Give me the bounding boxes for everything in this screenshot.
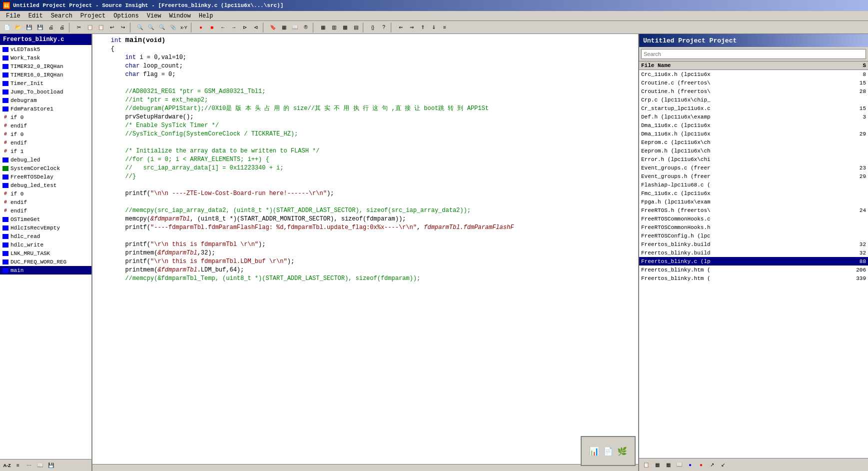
tb-extra5[interactable]: ≡ (440, 22, 450, 32)
file-item[interactable]: TIMER16_0_IRQHan (0, 70, 91, 79)
tb-paste[interactable]: 📋 (96, 22, 106, 32)
rp-tb1[interactable]: 📋 (641, 460, 651, 470)
table-row[interactable]: Eeprom.h (lpc11u6x\ch (639, 146, 868, 155)
mini-btn1[interactable]: 📊 (589, 446, 599, 456)
table-row[interactable]: Dma_11u6x.h (lpc11u6x29 (639, 130, 868, 138)
tb-grid1[interactable]: ▦ (318, 22, 328, 32)
table-row[interactable]: FreeRTOSCommonHooks.c (639, 214, 868, 223)
file-item[interactable]: hdlc_write (0, 240, 91, 249)
tb-grid4[interactable]: ▤ (351, 22, 361, 32)
file-item[interactable]: SystemCoreClock (0, 164, 91, 172)
file-item[interactable]: FreeRTOSDelay (0, 172, 91, 181)
file-item[interactable]: Timer_Init (0, 79, 91, 88)
table-row[interactable]: FreeRTOS.h (freertos\24 (639, 206, 868, 214)
table-row[interactable]: Fpga.h (lpc11u6x\exam (639, 198, 868, 206)
lp-book-btn[interactable]: 📖 (35, 460, 45, 470)
menu-search[interactable]: Search (47, 12, 76, 20)
file-item[interactable]: vLEDTask5 (0, 45, 91, 54)
file-item[interactable]: Jump_To_bootload (0, 88, 91, 96)
lp-list-btn[interactable]: ≡ (13, 460, 23, 470)
table-row[interactable]: Crc_11u6x.h (lpc11u6x8 (639, 70, 868, 78)
rp-tb8[interactable]: ↙ (718, 460, 728, 470)
table-row[interactable]: Crp.c (lpc11u6x\chip_ (639, 96, 868, 104)
file-item[interactable]: #if 0 (0, 190, 91, 198)
rp-tb4[interactable]: 📖 (674, 460, 684, 470)
lp-save-btn[interactable]: 💾 (46, 460, 56, 470)
rp-tb6[interactable]: ● (696, 460, 706, 470)
tb-rec[interactable]: ● (196, 22, 206, 32)
tb-find2[interactable]: 🔍 (146, 22, 156, 32)
project-file-table[interactable]: File Name S Crc_11u6x.h (lpc11u6x8Crouti… (639, 62, 868, 458)
table-row[interactable]: FreeRTOSConfig.h (lpc (639, 232, 868, 240)
table-row[interactable]: Event_groups.h (freer29 (639, 172, 868, 180)
search-input[interactable] (641, 49, 866, 59)
table-row[interactable]: Error.h (lpc11u6x\chi (639, 155, 868, 164)
tb-print[interactable]: 🖨 (46, 22, 56, 32)
tb-grid3[interactable]: ▩ (340, 22, 350, 32)
tb-braces[interactable]: {} (368, 22, 378, 32)
menu-file[interactable]: File (2, 12, 24, 20)
menu-options[interactable]: Options (109, 12, 142, 20)
lp-az-btn[interactable]: A-Z (2, 460, 12, 470)
file-item[interactable]: HdlcIsRecvEmpty (0, 224, 91, 232)
tb-nav2[interactable]: ⊲ (251, 22, 261, 32)
file-item[interactable]: debug_led_test (0, 181, 91, 190)
tb-layout[interactable]: ▦ (279, 22, 289, 32)
tb-redo[interactable]: ↪ (118, 22, 128, 32)
file-item[interactable]: #if 1 (0, 147, 91, 156)
file-list[interactable]: vLEDTask5Work_TaskTIMER32_0_IRQHanTIMER1… (0, 45, 91, 459)
file-item[interactable]: debug_led (0, 156, 91, 164)
file-item[interactable]: FdmParaStore1 (0, 104, 91, 113)
tb-open[interactable]: 📂 (13, 22, 23, 32)
mini-btn3[interactable]: 🌿 (617, 446, 627, 456)
tb-back[interactable]: ← (218, 22, 228, 32)
tb-extra4[interactable]: ⇓ (429, 22, 439, 32)
tb-book[interactable]: 📖 (290, 22, 300, 32)
file-item[interactable]: LNK_MRU_TASK (0, 249, 91, 258)
table-row[interactable]: FreeRTOSCommonHooks.h (639, 223, 868, 232)
tb-find[interactable]: 🔍 (135, 22, 145, 32)
tb-new[interactable]: 📄 (2, 22, 12, 32)
file-item[interactable]: #endif (0, 122, 91, 130)
menu-view[interactable]: View (143, 12, 165, 20)
table-row[interactable]: Dma_11u6x.c (lpc11u6x (639, 121, 868, 130)
file-item[interactable]: hdlc_read (0, 232, 91, 240)
tb-stop[interactable]: ■ (207, 22, 217, 32)
file-item[interactable]: #endif (0, 138, 91, 147)
file-item[interactable]: DUC_FREQ_WORD_REG (0, 258, 91, 266)
tb-extra2[interactable]: ⇒ (407, 22, 417, 32)
tb-clip[interactable]: 📎 (168, 22, 178, 32)
menu-edit[interactable]: Edit (24, 12, 47, 20)
file-item[interactable]: #if 0 (0, 113, 91, 122)
tb-undo[interactable]: ↩ (107, 22, 117, 32)
tb-save[interactable]: 💾 (24, 22, 34, 32)
tb-copy[interactable]: 📋 (85, 22, 95, 32)
tb-xy[interactable]: x-Y (179, 22, 189, 32)
tb-print2[interactable]: 🖨 (57, 22, 67, 32)
table-row[interactable]: Freertos_blinky.build32 (639, 248, 868, 257)
tb-nav1[interactable]: ⊳ (240, 22, 250, 32)
mini-btn2[interactable]: 📄 (603, 446, 613, 456)
rp-tb2[interactable]: ▦ (652, 460, 662, 470)
tb-save2[interactable]: 💾 (35, 22, 45, 32)
tb-bookmark[interactable]: 🔖 (268, 22, 278, 32)
tb-ref[interactable]: ® (301, 22, 311, 32)
rp-tb3[interactable]: ▦ (663, 460, 673, 470)
code-area[interactable]: int main(void) { int i = 0,val=10; char … (92, 34, 638, 464)
menu-window[interactable]: Window (165, 12, 195, 20)
file-item[interactable]: #endif (0, 206, 91, 215)
file-item[interactable]: Work_Task (0, 54, 91, 62)
table-row[interactable]: Fmc_11u6x.c (lpc11u6x (639, 189, 868, 198)
file-item[interactable]: TIMER32_0_IRQHan (0, 62, 91, 70)
menu-help[interactable]: Help (195, 12, 217, 20)
lp-dot-btn[interactable]: ⋯ (24, 460, 34, 470)
tb-help[interactable]: ? (379, 22, 389, 32)
table-row[interactable]: Flashiap-lpc11u68.c ( (639, 180, 868, 189)
file-item[interactable]: #if 0 (0, 130, 91, 138)
table-row[interactable]: Freertos_blinky.c (lp88 (639, 257, 868, 266)
rp-tb7[interactable]: ↗ (707, 460, 717, 470)
tb-extra1[interactable]: ⇐ (396, 22, 406, 32)
table-row[interactable]: Def.h (lpc11u6x\examp3 (639, 112, 868, 121)
table-row[interactable]: Event_groups.c (freer23 (639, 164, 868, 172)
rp-tb5[interactable]: ● (685, 460, 695, 470)
